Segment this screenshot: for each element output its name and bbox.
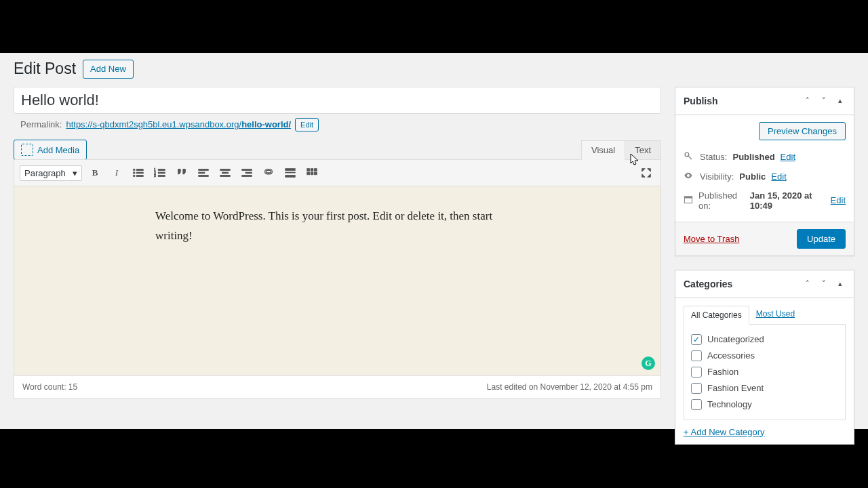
permalink-url[interactable]: https://s-qbdxmt2sgh5bl.eu1.wpsandbox.or…	[66, 119, 291, 129]
add-new-category-link[interactable]: + Add New Category	[684, 427, 765, 437]
edit-permalink-button[interactable]: Edit	[295, 118, 319, 132]
fullscreen-button[interactable]	[637, 164, 655, 182]
svg-rect-20	[242, 176, 252, 177]
category-item[interactable]: Fashion Event	[691, 380, 838, 396]
grammarly-icon[interactable]: G	[642, 357, 655, 370]
checkbox-icon[interactable]	[691, 383, 702, 394]
svg-rect-17	[220, 176, 230, 177]
post-content: Welcome to WordPress. This is your first…	[155, 207, 525, 246]
tab-all-categories[interactable]: All Categories	[684, 306, 749, 325]
toolbar-toggle-button[interactable]	[303, 164, 321, 182]
toggle-panel-button[interactable]: ▴	[832, 93, 848, 109]
svg-rect-13	[199, 172, 205, 174]
svg-rect-11	[158, 176, 165, 177]
svg-rect-28	[311, 172, 313, 175]
last-edited: Last edited on November 12, 2020 at 4:55…	[487, 382, 652, 392]
svg-point-2	[133, 172, 135, 174]
svg-point-4	[133, 175, 135, 177]
svg-rect-7	[158, 169, 165, 171]
editor-content-area[interactable]: Welcome to WordPress. This is your first…	[14, 186, 661, 376]
edit-date-link[interactable]: Edit	[831, 195, 846, 205]
word-count: Word count: 15	[22, 382, 77, 392]
svg-rect-26	[315, 169, 317, 171]
calendar-icon	[684, 195, 693, 206]
categories-box-title: Categories	[684, 279, 800, 289]
bullet-list-button[interactable]	[130, 164, 147, 182]
published-value: Jan 15, 2020 at 10:49	[750, 190, 825, 211]
checkbox-icon[interactable]	[691, 350, 702, 361]
category-item[interactable]: Fashion	[691, 364, 838, 380]
read-more-button[interactable]	[281, 164, 299, 182]
svg-rect-15	[220, 169, 230, 171]
svg-point-30	[685, 152, 689, 157]
checkbox-icon[interactable]	[691, 399, 702, 410]
permalink-label: Permalink:	[20, 119, 62, 129]
italic-button[interactable]: I	[108, 164, 125, 182]
preview-changes-button[interactable]: Preview Changes	[759, 122, 846, 140]
category-list: Uncategorized Accessories Fashion F	[684, 324, 846, 420]
publish-box: Publish ˄ ˅ ▴ Preview Changes Status: Pu…	[675, 87, 854, 256]
post-title-input[interactable]	[14, 87, 661, 114]
media-icon	[21, 144, 33, 156]
move-up-button[interactable]: ˄	[800, 276, 816, 292]
svg-rect-9	[158, 172, 165, 174]
editor-toolbar: Paragraph ▾ B I 123	[14, 159, 661, 186]
move-down-button[interactable]: ˅	[816, 93, 832, 109]
publish-box-title: Publish	[684, 96, 800, 106]
svg-rect-22	[285, 172, 295, 173]
svg-rect-18	[242, 169, 252, 171]
add-new-post-button[interactable]: Add New	[83, 60, 134, 79]
visibility-value: Public	[739, 171, 766, 182]
svg-rect-32	[684, 197, 692, 199]
tab-most-used[interactable]: Most Used	[749, 305, 802, 324]
move-up-button[interactable]: ˄	[800, 93, 816, 109]
svg-rect-23	[285, 176, 295, 178]
tab-text[interactable]: Text	[625, 140, 661, 160]
category-item[interactable]: Accessories	[691, 348, 838, 364]
status-label: Status:	[700, 152, 727, 162]
visibility-label: Visibility:	[700, 171, 734, 182]
status-value: Published	[732, 152, 774, 162]
svg-rect-16	[222, 172, 229, 174]
bold-button[interactable]: B	[86, 164, 104, 182]
svg-rect-25	[311, 169, 313, 171]
align-center-button[interactable]	[216, 164, 234, 182]
tab-visual[interactable]: Visual	[581, 140, 625, 160]
edit-status-link[interactable]: Edit	[781, 152, 795, 162]
numbered-list-button[interactable]: 123	[151, 164, 169, 182]
edit-visibility-link[interactable]: Edit	[771, 171, 786, 182]
link-button[interactable]	[260, 164, 277, 182]
svg-rect-27	[307, 172, 310, 175]
eye-icon	[684, 171, 694, 182]
chevron-down-icon: ▾	[73, 168, 77, 178]
svg-point-0	[133, 169, 135, 171]
update-button[interactable]: Update	[797, 229, 846, 249]
align-left-button[interactable]	[195, 164, 212, 182]
checkbox-icon[interactable]	[691, 334, 702, 345]
published-label: Published on:	[698, 190, 745, 211]
move-down-button[interactable]: ˅	[816, 276, 832, 292]
svg-text:3: 3	[154, 174, 156, 178]
categories-box: Categories ˄ ˅ ▴ All Categories Most Use…	[675, 270, 854, 445]
svg-rect-12	[199, 169, 208, 171]
block-format-select[interactable]: Paragraph ▾	[20, 165, 82, 181]
add-media-button[interactable]: Add Media	[14, 140, 87, 160]
page-title: Edit Post	[14, 60, 76, 78]
svg-rect-19	[245, 172, 252, 174]
svg-rect-24	[307, 169, 310, 171]
blockquote-button[interactable]	[173, 164, 191, 182]
svg-rect-1	[136, 169, 143, 171]
svg-rect-29	[315, 172, 317, 175]
checkbox-icon[interactable]	[691, 367, 702, 378]
align-right-button[interactable]	[238, 164, 256, 182]
key-icon	[684, 151, 694, 163]
svg-rect-3	[136, 172, 143, 174]
move-to-trash-link[interactable]: Move to Trash	[684, 234, 739, 244]
svg-rect-5	[136, 176, 143, 177]
category-item[interactable]: Uncategorized	[691, 331, 838, 348]
svg-rect-14	[199, 176, 208, 177]
toggle-panel-button[interactable]: ▴	[832, 276, 848, 292]
svg-rect-21	[285, 169, 295, 171]
category-item[interactable]: Technology	[691, 396, 838, 413]
